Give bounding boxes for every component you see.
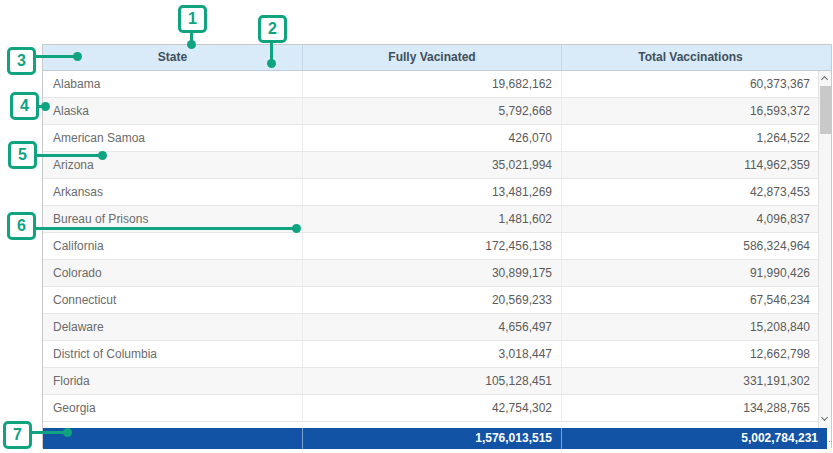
fully-vacinated-cell: 20,569,233: [302, 287, 561, 313]
total-vaccinations-cell: 67,546,234: [561, 287, 819, 313]
callout-3-stem: [35, 55, 77, 58]
table-row[interactable]: Arizona35,021,994114,962,359: [43, 152, 831, 179]
callout-6-stem: [35, 227, 296, 230]
table-row[interactable]: Colorado30,899,17591,990,426: [43, 260, 831, 287]
total-vaccinations-cell: 586,324,964: [561, 233, 819, 259]
callout-3: 3: [7, 47, 36, 75]
callout-4: 4: [10, 92, 39, 120]
callout-4-dot: [41, 102, 50, 111]
fully-vacinated-cell: 13,481,269: [302, 179, 561, 205]
chevron-up-glyph: [821, 76, 828, 83]
fully-vacinated-cell: 30,899,175: [302, 260, 561, 286]
total-state-cell: [43, 428, 302, 449]
table-row[interactable]: California172,456,138586,324,964: [43, 233, 831, 260]
column-header-total-vaccinations[interactable]: Total Vaccinations: [561, 45, 819, 70]
table-row[interactable]: Florida105,128,451331,191,302: [43, 368, 831, 395]
total-vaccinations-cell: 4,096,837: [561, 206, 819, 232]
fully-vacinated-cell: 3,018,447: [302, 341, 561, 367]
state-cell: American Samoa: [43, 125, 302, 151]
chevron-up-icon[interactable]: [819, 73, 831, 86]
table-row[interactable]: American Samoa426,0701,264,522: [43, 125, 831, 152]
table-row[interactable]: Alabama19,682,16260,373,367: [43, 71, 831, 98]
callout-3-dot: [73, 52, 82, 61]
state-cell: Colorado: [43, 260, 302, 286]
total-vaccinations-cell: 1,264,522: [561, 125, 819, 151]
callout-2: 2: [258, 15, 287, 43]
callout-7-stem: [31, 431, 67, 434]
resize-grip-mark: [829, 439, 833, 442]
total-vaccinations-cell: 12,662,798: [561, 341, 819, 367]
total-vaccinations-cell: 16,593,372: [561, 98, 819, 124]
callout-6: 6: [7, 212, 36, 240]
callout-1-dot: [187, 40, 196, 49]
state-cell: District of Columbia: [43, 341, 302, 367]
annotated-list-table-screenshot: State Fully Vacinated Total Vaccinations…: [0, 0, 833, 453]
vaccination-list-table: State Fully Vacinated Total Vaccinations…: [42, 44, 832, 448]
callout-1: 1: [178, 5, 207, 33]
fully-vacinated-cell: 5,792,668: [302, 98, 561, 124]
table-total-row: 1,576,013,515 5,002,784,231: [43, 428, 827, 449]
total-vaccinations-cell: 42,873,453: [561, 179, 819, 205]
callout-5-stem: [36, 154, 102, 157]
total-vaccinations-cell: 60,373,367: [561, 71, 819, 97]
fully-vacinated-cell: 105,128,451: [302, 368, 561, 394]
callout-6-dot: [292, 224, 301, 233]
callout-5-dot: [98, 151, 107, 160]
scrollbar-thumb[interactable]: [820, 86, 831, 134]
callout-7-dot: [63, 428, 72, 437]
state-cell: Alabama: [43, 71, 302, 97]
vertical-scrollbar[interactable]: [818, 71, 831, 428]
table-body: Alabama19,682,16260,373,367Alaska5,792,6…: [43, 71, 831, 428]
state-cell: California: [43, 233, 302, 259]
table-row[interactable]: Arkansas13,481,26942,873,453: [43, 179, 831, 206]
table-row[interactable]: Georgia42,754,302134,288,765: [43, 395, 831, 422]
fully-vacinated-cell: 1,481,602: [302, 206, 561, 232]
fully-vacinated-cell: 426,070: [302, 125, 561, 151]
state-cell: Delaware: [43, 314, 302, 340]
state-cell: Florida: [43, 368, 302, 394]
chevron-down-icon[interactable]: [819, 413, 831, 426]
fully-vacinated-cell: 35,021,994: [302, 152, 561, 178]
callout-2-dot: [267, 59, 276, 68]
state-cell: Alaska: [43, 98, 302, 124]
column-header-fully-vacinated[interactable]: Fully Vacinated: [302, 45, 561, 70]
fully-vacinated-cell: 4,656,497: [302, 314, 561, 340]
fully-vacinated-cell: 19,682,162: [302, 71, 561, 97]
table-row[interactable]: Connecticut20,569,23367,546,234: [43, 287, 831, 314]
total-vaccinations-cell: 134,288,765: [561, 395, 819, 421]
total-vaccinations-cell: 91,990,426: [561, 260, 819, 286]
fully-vacinated-cell: 172,456,138: [302, 233, 561, 259]
table-row[interactable]: Delaware4,656,49715,208,840: [43, 314, 831, 341]
total-total-vaccinations: 5,002,784,231: [561, 428, 827, 449]
total-vaccinations-cell: 331,191,302: [561, 368, 819, 394]
total-vaccinations-cell: 114,962,359: [561, 152, 819, 178]
state-cell: Arkansas: [43, 179, 302, 205]
fully-vacinated-cell: 42,754,302: [302, 395, 561, 421]
table-row[interactable]: Alaska5,792,66816,593,372: [43, 98, 831, 125]
chevron-down-glyph: [821, 414, 828, 421]
total-vaccinations-cell: 15,208,840: [561, 314, 819, 340]
table-header-row: State Fully Vacinated Total Vaccinations: [43, 45, 831, 71]
state-cell: Georgia: [43, 395, 302, 421]
state-cell: Connecticut: [43, 287, 302, 313]
callout-7: 7: [3, 421, 32, 449]
table-row[interactable]: District of Columbia3,018,44712,662,798: [43, 341, 831, 368]
callout-5: 5: [8, 141, 37, 169]
total-fully-vacinated: 1,576,013,515: [302, 428, 561, 449]
